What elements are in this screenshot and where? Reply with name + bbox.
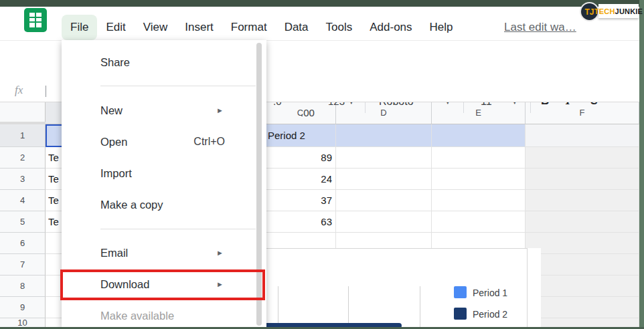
increase-decimal-icon[interactable]: .00 →: [301, 107, 644, 118]
cell-d3[interactable]: [336, 169, 432, 190]
chart-gridline: [420, 286, 420, 327]
cell-d2[interactable]: [336, 147, 432, 169]
cell-e4[interactable]: [432, 190, 526, 211]
cell-value: Te: [48, 195, 59, 206]
menu-file[interactable]: File: [62, 15, 97, 40]
embedded-chart[interactable]: Period 1 Period 2: [263, 248, 541, 327]
submenu-arrow-icon: ►: [216, 241, 224, 265]
cell-c4[interactable]: 37: [265, 190, 336, 211]
menu-bar: File Edit View Insert Format Data Tools …: [0, 7, 639, 41]
legend-label-period2: Period 2: [473, 309, 507, 320]
highlight-red-box: [60, 269, 265, 300]
frame-top-strip: [0, 0, 644, 7]
menu-item-share[interactable]: Share: [62, 50, 256, 74]
menu-item-email[interactable]: Email ►: [62, 241, 256, 265]
cell-c1[interactable]: Period 2: [265, 124, 336, 147]
menu-items-row: File Edit View Insert Format Data Tools …: [62, 15, 462, 40]
menu-item-new[interactable]: New ►: [62, 98, 256, 122]
menu-data[interactable]: Data: [276, 15, 317, 40]
row-header-1[interactable]: 1: [0, 124, 46, 147]
row-header-10[interactable]: 10: [0, 318, 46, 327]
row-number: 8: [20, 281, 25, 291]
cell-e5[interactable]: [432, 211, 526, 233]
increase-decimal-text: .00: [301, 107, 315, 118]
cell-value: 63: [321, 216, 332, 227]
legend-label-period1: Period 1: [473, 288, 507, 298]
cell-f6[interactable]: [526, 233, 639, 254]
cell-value: 24: [321, 173, 332, 185]
cell-value: 89: [321, 152, 332, 163]
cell-f9[interactable]: [526, 297, 639, 318]
row-header-2[interactable]: 2: [0, 147, 46, 169]
menu-tools[interactable]: Tools: [317, 15, 361, 40]
row-header-7[interactable]: 7: [0, 254, 46, 276]
cell-f7[interactable]: [526, 254, 639, 276]
shortcut-label: Ctrl+O: [193, 130, 225, 154]
row-header-3[interactable]: 3: [0, 169, 46, 190]
sheets-logo-icon[interactable]: [24, 8, 47, 32]
sheets-app-window: C D E F 1 2 3 4 5 6 7 8 9 10 Period 2 Te…: [0, 0, 644, 329]
row-number: 5: [20, 217, 25, 227]
cell-f2[interactable]: [526, 147, 639, 169]
cell-e3[interactable]: [432, 169, 526, 190]
row-number: 3: [20, 174, 25, 184]
cell-f1[interactable]: [526, 124, 639, 147]
cell-c3[interactable]: 24: [265, 169, 336, 190]
cell-c5[interactable]: 63: [265, 211, 336, 233]
row-header-4[interactable]: 4: [0, 190, 46, 211]
fx-icon: fx: [15, 84, 23, 97]
menu-addons[interactable]: Add-ons: [361, 15, 420, 40]
row-header-6[interactable]: 6: [0, 233, 46, 254]
cell-value: Te: [48, 152, 59, 163]
menu-help[interactable]: Help: [421, 15, 462, 40]
techjunkie-wordmark: TECHJUNKIE: [598, 4, 639, 18]
submenu-arrow-icon: ►: [216, 98, 224, 122]
row-number: 9: [20, 302, 25, 312]
cell-f4[interactable]: [526, 190, 639, 211]
menu-edit[interactable]: Edit: [97, 15, 134, 40]
cell-c2[interactable]: 89: [265, 147, 336, 169]
menu-item-make-available[interactable]: Make available: [62, 304, 256, 328]
cell-value: Te: [48, 173, 59, 185]
cell-e1[interactable]: [432, 124, 526, 147]
wordmark-junkie: JUNKIE: [615, 7, 643, 15]
cell-value: Period 2: [268, 130, 305, 141]
frame-right-strip: [639, 0, 644, 329]
menu-item-make-a-copy[interactable]: Make a copy: [62, 193, 256, 217]
last-edit-link[interactable]: Last edit wa…: [504, 15, 576, 40]
cell-e2[interactable]: [432, 147, 526, 169]
cell-f8[interactable]: [526, 276, 639, 297]
menu-item-label: Open: [100, 136, 127, 148]
wordmark-tech: TECH: [594, 7, 615, 15]
legend-swatch-period1: [454, 286, 467, 298]
menu-format[interactable]: Format: [222, 15, 276, 40]
cell-value: Te: [48, 216, 59, 227]
row-number: 4: [20, 195, 25, 205]
menu-item-import[interactable]: Import: [62, 161, 256, 185]
cell-d4[interactable]: [336, 190, 432, 211]
menu-item-open[interactable]: Open Ctrl+O: [62, 130, 256, 154]
row-header-9[interactable]: 9: [0, 297, 46, 318]
sheets-grid-glyph: [29, 13, 42, 27]
row-header-5[interactable]: 5: [0, 211, 46, 233]
menu-view[interactable]: View: [135, 15, 177, 40]
row-number: 10: [17, 318, 27, 328]
cell-d5[interactable]: [336, 211, 432, 233]
chart-gridline: [278, 286, 278, 327]
menu-insert[interactable]: Insert: [176, 15, 222, 40]
cell-f5[interactable]: [526, 211, 639, 233]
cell-f3[interactable]: [526, 169, 639, 190]
menu-item-label: Email: [100, 247, 128, 259]
formula-bar-cursor: [46, 86, 46, 97]
cell-f10[interactable]: [526, 318, 639, 327]
row-header-8[interactable]: 8: [0, 276, 46, 297]
row-number: 1: [20, 130, 25, 140]
row-number: 2: [20, 152, 25, 162]
menu-item-label: New: [100, 104, 123, 116]
legend-swatch-period2: [454, 308, 467, 320]
row-number: 6: [20, 238, 25, 248]
menu-divider: [100, 229, 256, 229]
cell-d1[interactable]: [336, 124, 432, 147]
cell-value: 37: [321, 195, 332, 206]
chart-gridline: [348, 286, 349, 327]
